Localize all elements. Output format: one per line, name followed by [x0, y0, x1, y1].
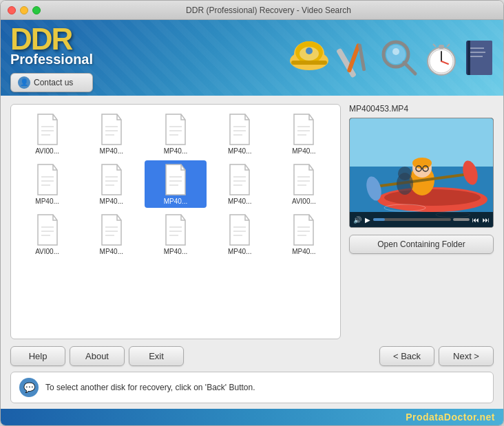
- minimize-button[interactable]: [20, 6, 28, 14]
- svg-rect-22: [470, 47, 484, 49]
- file-label: AVI00...: [19, 147, 75, 155]
- file-item[interactable]: MP40...: [81, 110, 142, 158]
- open-folder-button[interactable]: Open Containing Folder: [349, 235, 494, 254]
- progress-bar[interactable]: [373, 218, 451, 221]
- file-grid-container[interactable]: AVI00... MP40... MP40... MP40... MP40...…: [10, 104, 341, 339]
- exit-button[interactable]: Exit: [129, 346, 184, 366]
- file-icon: [34, 163, 61, 196]
- info-bar: 💬 To select another disk for recovery, c…: [10, 372, 494, 403]
- file-label: MP40...: [212, 147, 268, 155]
- file-label: MP40...: [19, 198, 75, 205]
- back-button[interactable]: < Back: [379, 346, 434, 366]
- file-item[interactable]: MP40...: [145, 160, 206, 208]
- file-item[interactable]: MP40...: [273, 211, 335, 258]
- file-item[interactable]: AVI00...: [273, 160, 335, 208]
- footer-brand: ProdataDoctor.net: [1, 409, 503, 425]
- svg-point-77: [412, 158, 432, 169]
- file-icon: [98, 113, 125, 146]
- info-message: To select another disk for recovery, cli…: [45, 383, 255, 392]
- contact-button[interactable]: 👤 Contact us: [10, 73, 93, 92]
- svg-rect-23: [470, 52, 485, 53]
- svg-point-87: [398, 167, 412, 180]
- book-icon: [462, 38, 496, 78]
- file-icon: [98, 163, 125, 196]
- logo-ddr: DDR: [10, 24, 93, 54]
- titlebar: DDR (Professional) Recovery - Video Sear…: [1, 1, 503, 20]
- svg-rect-24: [470, 56, 483, 57]
- file-item[interactable]: MP40...: [81, 211, 142, 258]
- file-item[interactable]: MP40...: [145, 110, 206, 158]
- file-item[interactable]: MP40...: [145, 211, 206, 258]
- svg-rect-21: [469, 41, 492, 75]
- file-label: MP40...: [147, 198, 203, 205]
- file-grid: AVI00... MP40... MP40... MP40... MP40...…: [17, 110, 335, 258]
- content-area: AVI00... MP40... MP40... MP40... MP40...…: [10, 104, 494, 339]
- contact-label: Contact us: [34, 78, 73, 87]
- file-icon: [290, 163, 317, 196]
- file-icon: [162, 113, 189, 146]
- file-icon: [34, 213, 61, 246]
- next-button[interactable]: Next >: [439, 346, 494, 366]
- file-label: MP40...: [83, 198, 139, 205]
- file-label: MP40...: [212, 248, 268, 255]
- svg-point-5: [306, 47, 313, 54]
- file-icon: [226, 163, 253, 196]
- file-icon: [34, 113, 61, 146]
- file-icon: [162, 213, 189, 246]
- maximize-button[interactable]: [32, 6, 41, 14]
- svg-rect-25: [468, 41, 470, 75]
- play-button[interactable]: ▶: [364, 216, 371, 224]
- svg-rect-3: [291, 61, 327, 65]
- file-label: MP40...: [83, 147, 139, 155]
- file-label: AVI00...: [276, 198, 332, 205]
- file-icon: [290, 213, 317, 246]
- file-item[interactable]: MP40...: [17, 160, 78, 208]
- help-button[interactable]: Help: [10, 346, 65, 366]
- volume-bar[interactable]: [453, 218, 470, 221]
- video-controls: 🔊 ▶ ⏮ ⏭: [350, 212, 493, 227]
- skip-back-button[interactable]: ⏮: [472, 216, 480, 224]
- svg-line-19: [447, 44, 450, 47]
- svg-line-18: [433, 44, 436, 47]
- skip-forward-button[interactable]: ⏭: [482, 216, 490, 224]
- brand-text: ProdataDoctor.net: [406, 412, 495, 423]
- file-icon: [226, 113, 253, 146]
- traffic-lights: [8, 6, 41, 14]
- file-icon: [162, 163, 189, 196]
- logo-area: DDR Professional 👤 Contact us: [10, 24, 93, 92]
- file-icon: [290, 113, 317, 146]
- main-window: DDR (Professional) Recovery - Video Sear…: [0, 0, 504, 426]
- file-item[interactable]: MP40...: [273, 110, 335, 158]
- file-label: MP40...: [147, 147, 203, 155]
- preview-video: 🔊 ▶ ⏮ ⏭: [349, 118, 494, 228]
- file-label: MP40...: [83, 248, 139, 255]
- file-item[interactable]: AVI00...: [17, 110, 78, 158]
- file-item[interactable]: MP40...: [209, 110, 271, 158]
- volume-button[interactable]: 🔊: [353, 216, 362, 224]
- svg-point-74: [384, 189, 481, 206]
- preview-filename: MP400453.MP4: [349, 104, 494, 114]
- header-banner: DDR Professional 👤 Contact us: [1, 20, 503, 96]
- file-item[interactable]: MP40...: [209, 160, 271, 208]
- main-content: AVI00... MP40... MP40... MP40... MP40...…: [1, 96, 503, 409]
- file-item[interactable]: MP40...: [209, 211, 271, 258]
- tools-icon: [335, 38, 375, 78]
- window-title: DDR (Professional) Recovery - Video Sear…: [41, 6, 496, 15]
- magnifier-icon: [378, 36, 421, 79]
- logo-professional: Professional: [10, 52, 93, 67]
- file-icon: [226, 213, 253, 246]
- header-icons: [286, 34, 496, 81]
- file-icon: [98, 213, 125, 246]
- info-icon: 💬: [19, 378, 39, 397]
- file-label: MP40...: [276, 248, 332, 255]
- preview-panel: MP400453.MP4: [349, 104, 494, 339]
- svg-rect-17: [439, 45, 444, 49]
- svg-rect-8: [358, 43, 366, 71]
- contact-icon: 👤: [18, 76, 30, 89]
- svg-line-11: [404, 63, 415, 74]
- file-label: MP40...: [276, 147, 332, 155]
- close-button[interactable]: [8, 6, 16, 14]
- about-button[interactable]: About: [70, 346, 125, 366]
- file-item[interactable]: AVI00...: [17, 211, 78, 258]
- file-item[interactable]: MP40...: [81, 160, 142, 208]
